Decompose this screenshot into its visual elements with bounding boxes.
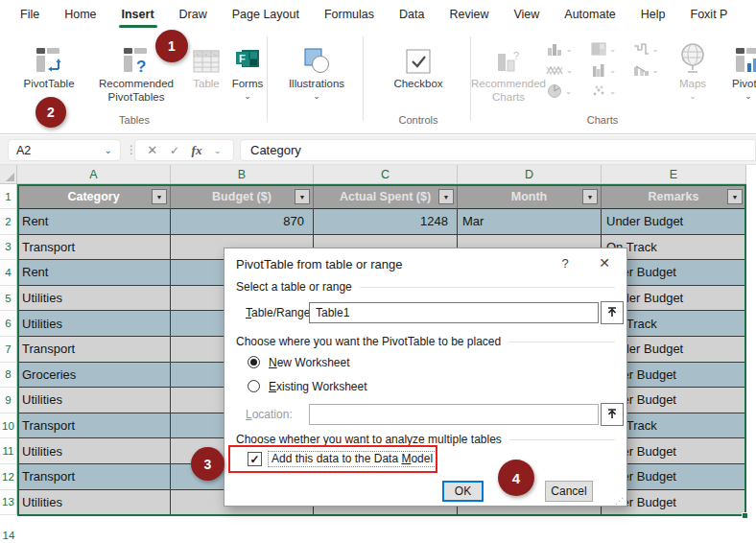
table-range-input[interactable]: Table1 xyxy=(309,302,599,323)
column-chart-button[interactable]: ⌄ xyxy=(539,38,579,59)
cell-category[interactable]: Rent xyxy=(17,260,171,286)
cell-budget[interactable]: 870 xyxy=(171,209,314,235)
cell-category[interactable]: Groceries xyxy=(17,363,171,389)
cancel-button[interactable]: Cancel xyxy=(545,481,593,502)
cancel-entry-icon[interactable]: ✕ xyxy=(147,143,157,157)
row-number[interactable]: 9 xyxy=(0,388,17,413)
selection-fill-handle[interactable] xyxy=(742,512,748,519)
row-number[interactable]: 12 xyxy=(0,464,17,490)
data-model-checkbox[interactable]: ✓ xyxy=(248,452,262,466)
cell-category[interactable]: Utilities xyxy=(17,388,171,413)
row-number[interactable]: 10 xyxy=(0,413,17,439)
tab-review[interactable]: Review xyxy=(437,1,501,29)
tab-home[interactable]: Home xyxy=(52,1,108,29)
row-number[interactable]: 2 xyxy=(0,209,17,235)
forms-button[interactable]: F Forms ⌄ xyxy=(228,36,267,101)
cell-category[interactable]: Transport xyxy=(17,464,171,490)
filter-dropdown-button[interactable]: ▼ xyxy=(152,189,167,204)
filter-dropdown-button[interactable]: ▼ xyxy=(582,189,598,204)
cell-month[interactable]: Mar xyxy=(458,209,602,235)
cell-category[interactable]: Utilities xyxy=(17,286,171,312)
range-select-button[interactable] xyxy=(601,301,624,324)
row-number[interactable]: 3 xyxy=(0,235,17,261)
cell-category[interactable]: Transport xyxy=(17,413,171,439)
existing-worksheet-label[interactable]: Existing Worksheet xyxy=(269,380,367,393)
header-cell-actual-spent[interactable]: Actual Spent ($) ▼ xyxy=(314,184,458,209)
pivottable-button[interactable]: PivotTable xyxy=(12,36,86,91)
pie-chart-button[interactable]: ⌄ xyxy=(539,81,579,102)
row-number[interactable]: 11 xyxy=(0,438,17,464)
name-box-chevron-icon[interactable]: ⌄ xyxy=(105,145,112,155)
range-select-button[interactable] xyxy=(601,403,624,426)
name-box[interactable]: A2 ⌄ xyxy=(8,139,121,161)
cell-category[interactable]: Rent xyxy=(17,209,171,235)
cell-actual-spent[interactable]: 1248 xyxy=(314,209,458,235)
tab-file[interactable]: File xyxy=(8,1,52,29)
pivotchart-button[interactable]: PivotC ⌄ xyxy=(720,36,756,101)
illustrations-dropdown-chevron[interactable]: ⌄ xyxy=(313,92,320,101)
header-cell-remarks[interactable]: Remarks ▼ xyxy=(602,184,746,209)
column-header-b[interactable]: B xyxy=(171,165,314,184)
tab-data[interactable]: Data xyxy=(387,1,437,29)
tab-foxit[interactable]: Foxit P xyxy=(678,1,741,29)
row-number[interactable]: 7 xyxy=(0,337,17,363)
bar-chart-button[interactable]: ⌄ xyxy=(583,59,624,81)
filter-dropdown-button[interactable]: ▼ xyxy=(727,189,743,204)
tab-insert[interactable]: Insert xyxy=(109,1,167,29)
recommended-charts-button[interactable]: ? Recommended Charts xyxy=(476,36,541,105)
tab-draw[interactable]: Draw xyxy=(167,1,220,29)
column-header-d[interactable]: D xyxy=(458,165,602,184)
cell-category[interactable]: Utilities xyxy=(17,490,171,516)
maps-button[interactable]: Maps ⌄ xyxy=(670,36,716,101)
formula-toolbox-chevron-icon[interactable]: ⌄ xyxy=(214,146,222,155)
tab-formulas[interactable]: Formulas xyxy=(312,1,387,29)
header-cell-budget[interactable]: Budget ($) ▼ xyxy=(171,184,314,209)
scatter-chart-button[interactable]: ⌄ xyxy=(583,81,624,102)
tab-view[interactable]: View xyxy=(501,1,552,29)
filter-dropdown-button[interactable]: ▼ xyxy=(438,189,454,204)
column-header-e[interactable]: E xyxy=(602,165,746,184)
hierarchy-chart-button[interactable]: ⌄ xyxy=(583,38,624,59)
cell-category[interactable]: Transport xyxy=(17,235,171,261)
data-model-checkbox-label[interactable]: Add this data to the Data Model xyxy=(269,452,436,466)
radio-new-worksheet[interactable] xyxy=(248,356,260,368)
row-number[interactable]: 13 xyxy=(0,490,17,516)
illustrations-button[interactable]: Illustrations ⌄ xyxy=(276,36,357,101)
waterfall-chart-button[interactable]: ⌄ xyxy=(626,38,666,59)
combo-chart-button[interactable]: ⌄ xyxy=(626,59,666,81)
radio-existing-worksheet[interactable] xyxy=(248,380,260,392)
cell-remarks[interactable]: Under Budget xyxy=(602,209,746,235)
header-cell-category[interactable]: Category ▼ xyxy=(17,184,171,209)
row-number[interactable]: 5 xyxy=(0,286,17,312)
cell-category[interactable]: Utilities xyxy=(17,311,171,337)
column-header-a[interactable]: A xyxy=(17,165,171,184)
dialog-close-icon[interactable]: ✕ xyxy=(594,255,615,271)
confirm-entry-icon[interactable]: ✓ xyxy=(170,144,179,157)
table-button[interactable]: Table xyxy=(184,36,228,91)
cell-category[interactable]: Utilities xyxy=(17,438,171,464)
row-number[interactable]: 14 xyxy=(0,530,17,541)
column-header-c[interactable]: C xyxy=(314,165,458,184)
tab-page-layout[interactable]: Page Layout xyxy=(220,1,312,29)
tab-help[interactable]: Help xyxy=(628,1,678,29)
new-worksheet-label[interactable]: New Worksheet xyxy=(269,356,349,369)
select-all-corner[interactable] xyxy=(0,165,17,184)
dialog-resize-grip[interactable]: ⋰ xyxy=(615,496,625,506)
filter-dropdown-button[interactable]: ▼ xyxy=(295,189,310,204)
header-cell-month[interactable]: Month ▼ xyxy=(458,184,602,209)
maps-dropdown-chevron[interactable]: ⌄ xyxy=(689,92,697,101)
ok-button[interactable]: OK xyxy=(442,481,484,502)
forms-dropdown-chevron[interactable]: ⌄ xyxy=(244,92,251,101)
location-input[interactable] xyxy=(309,404,599,425)
checkbox-control-button[interactable]: Checkbox xyxy=(375,36,461,91)
dialog-help-icon[interactable]: ? xyxy=(555,256,575,271)
row-number[interactable]: 4 xyxy=(0,260,17,286)
cell-category[interactable]: Transport xyxy=(17,337,171,363)
line-chart-button[interactable]: ⌄ xyxy=(539,59,579,81)
row-number[interactable]: 8 xyxy=(0,363,17,389)
row-number[interactable]: 1 xyxy=(0,184,17,209)
pivotchart-dropdown-chevron[interactable]: ⌄ xyxy=(744,92,752,101)
formula-input[interactable]: Category xyxy=(240,139,756,161)
tab-automate[interactable]: Automate xyxy=(552,1,628,29)
row-number[interactable]: 6 xyxy=(0,311,17,337)
